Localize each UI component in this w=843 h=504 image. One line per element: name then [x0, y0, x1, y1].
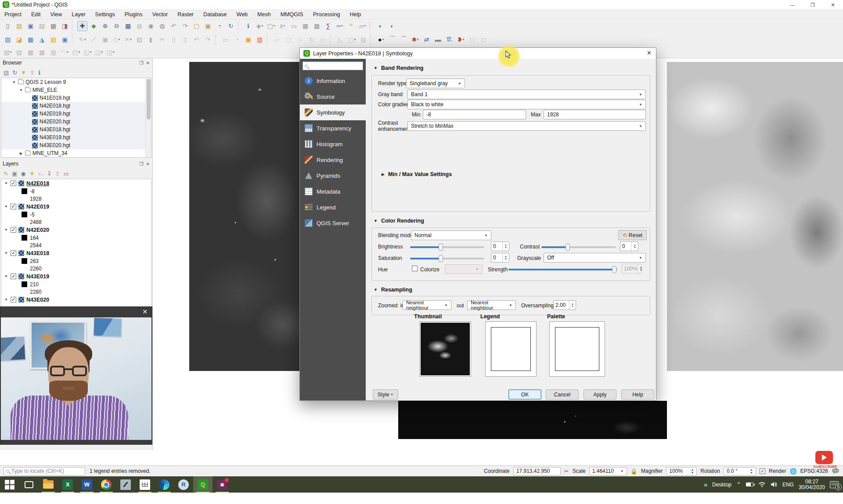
layer-row[interactable]: ▼✓N42E019	[1, 202, 151, 211]
filter-browser-icon[interactable]: ▼	[21, 69, 26, 76]
brightness-spin[interactable]: 0▲▼	[491, 241, 509, 251]
webcam-titlebar[interactable]: ✕	[0, 307, 152, 317]
remove-layer-icon[interactable]: ▭	[64, 170, 69, 177]
menu-mmqgis[interactable]: MMQGIS	[281, 11, 303, 18]
layer-labeling-icon[interactable]: ▭	[220, 34, 231, 44]
layer-visibility-checkbox[interactable]: ✓	[11, 297, 16, 302]
color-rendering-header[interactable]: ▼ Color Rendering	[374, 218, 424, 224]
change-label-icon[interactable]: ▭	[318, 34, 328, 44]
layer-name[interactable]: N42E020	[26, 227, 49, 233]
volume-icon[interactable]	[771, 482, 778, 487]
collapse-all-icon[interactable]: ⇧	[30, 69, 35, 76]
deselect-icon[interactable]: ▭	[289, 21, 299, 31]
menu-edit[interactable]: Edit	[31, 11, 41, 18]
layer-name[interactable]: N42E019	[26, 204, 49, 210]
layer-visibility-checkbox[interactable]: ✓	[11, 274, 16, 279]
task-view-button[interactable]	[19, 476, 39, 493]
youtube-play-icon[interactable]	[815, 451, 833, 464]
open-attribute-table-icon[interactable]: ▦	[300, 21, 310, 31]
menu-vector[interactable]: Vector	[152, 11, 168, 18]
strength-spin[interactable]: 100%▲▼	[622, 264, 642, 274]
excel-icon[interactable]: X	[58, 476, 77, 493]
layer-name[interactable]: N43E019	[26, 274, 49, 280]
menu-database[interactable]: Database	[203, 11, 227, 18]
tree-expand-icon[interactable]: ▶	[19, 151, 23, 155]
zoom-to-layer-icon[interactable]: ◉	[146, 21, 156, 31]
tree-expand-icon[interactable]: ▼	[12, 80, 16, 84]
layer-row[interactable]: ▼✓N42E018	[1, 179, 151, 187]
calculator-icon[interactable]	[135, 476, 155, 493]
layer-visibility-checkbox[interactable]: ✓	[11, 227, 16, 233]
delete-selected-icon[interactable]: ▮	[146, 34, 156, 44]
undo-icon[interactable]: ↶	[191, 34, 202, 44]
taskbar-overflow-chevron[interactable]: »	[704, 481, 707, 488]
topology-check-icon[interactable]: ◻	[467, 34, 477, 44]
tab-source[interactable]: Source	[300, 89, 366, 104]
menu-settings[interactable]: Settings	[95, 11, 115, 18]
layer-name[interactable]: N43E018	[26, 250, 49, 256]
menu-processing[interactable]: Processing	[313, 11, 340, 18]
scale-combo[interactable]: 1:464110▼	[589, 467, 627, 475]
contrast-enhancement-combo[interactable]: Stretch to MinMax▼	[407, 121, 646, 131]
dialog-titlebar[interactable]: Q Layer Properties - N42E018 | Symbology…	[300, 48, 656, 59]
open-layer-styling-icon[interactable]: ✎	[4, 170, 8, 177]
cancel-button[interactable]: Cancel	[546, 389, 579, 400]
redo-icon[interactable]: ↷	[203, 34, 213, 44]
browser-item-n42e019-hgt[interactable]: N42E019.hgt	[1, 110, 151, 118]
recorder-app-icon[interactable]: ▣	[213, 476, 232, 493]
raster-calc-icon[interactable]: ▧▾	[3, 47, 13, 57]
render-checkbox[interactable]: ✓	[760, 468, 765, 474]
browser-float-icon[interactable]: ❐	[140, 61, 144, 65]
layer-name[interactable]: N43E020	[26, 297, 49, 303]
close-window-button[interactable]: ✕	[823, 0, 843, 10]
new-bookmark-icon[interactable]: ▢	[191, 21, 202, 31]
max-input[interactable]: 1928	[544, 110, 646, 119]
hidden-icons-chevron[interactable]: ⌃	[736, 481, 741, 488]
numbers-123-icon[interactable]: ⒓	[444, 34, 454, 44]
browser-item-n43e018-hgt[interactable]: N43E018.hgt	[1, 126, 151, 133]
edge-icon[interactable]	[155, 476, 174, 493]
tab-pyramids[interactable]: Pyramids	[300, 168, 366, 184]
toggle-editing-icon[interactable]: ／	[89, 34, 99, 44]
maximize-button[interactable]: ❐	[803, 0, 823, 10]
tree-expand-icon[interactable]: ▼	[19, 88, 23, 92]
tab-rendering[interactable]: Rendering	[300, 152, 366, 168]
browser-item-mne-utm-34[interactable]: ▶MNE_UTM_34	[1, 149, 151, 157]
new-geopackage-icon[interactable]: ▢▾	[347, 34, 357, 44]
browser-item-mne-ele[interactable]: ▼MNE_ELE	[1, 86, 151, 94]
filter-legend-icon[interactable]: ▼	[29, 170, 35, 177]
current-edits-icon[interactable]: ✎▾	[77, 34, 87, 44]
subscribe-overlay[interactable]: SUBSCRIBE	[813, 451, 835, 472]
properties-widget-icon[interactable]: ℹ	[38, 69, 40, 76]
menu-raster[interactable]: Raster	[177, 11, 194, 18]
field-calculator-icon[interactable]: ▩	[312, 21, 322, 31]
clock[interactable]: 08:27 30/04/2020	[799, 479, 825, 490]
contrast-spin[interactable]: 0▲▼	[620, 241, 638, 251]
ruler-icon[interactable]: ▬	[433, 34, 443, 44]
georeferencer-icon[interactable]: ▨	[14, 47, 24, 57]
style-button[interactable]: Style▼	[373, 389, 398, 400]
saturation-spin[interactable]: 0▲▼	[491, 253, 509, 263]
help-button[interactable]: Help	[621, 389, 654, 400]
layer-collapse-icon[interactable]: ▼	[4, 205, 8, 209]
menu-plugins[interactable]: Plugins	[125, 11, 143, 18]
layer-collapse-icon[interactable]: ▼	[4, 228, 8, 232]
locate-input[interactable]: Type to locate (Ctrl+K)	[4, 467, 85, 475]
select-features-icon[interactable]: ▢▾	[266, 21, 276, 31]
copy-features-icon[interactable]: ▯	[169, 34, 179, 44]
add-mesh-layer-icon[interactable]: ◮	[37, 34, 47, 44]
pan-map-icon[interactable]: ✚	[77, 21, 87, 31]
add-postgis-icon[interactable]: ▣	[60, 34, 70, 44]
word-icon[interactable]: W	[77, 476, 97, 493]
dialog-search-input[interactable]	[303, 61, 363, 70]
layer-visibility-checkbox[interactable]: ✓	[11, 180, 16, 186]
new-project-icon[interactable]: ▯	[3, 21, 13, 31]
modify-attributes-icon[interactable]: ▨	[134, 34, 144, 44]
zoom-to-selection-icon[interactable]: ◎	[134, 21, 144, 31]
layer-row[interactable]: ▼✓N42E020	[1, 226, 151, 234]
contrast-slider[interactable]	[541, 246, 616, 248]
save-as-icon[interactable]: ▤	[37, 21, 47, 31]
layer-row[interactable]: ▼✓N43E018	[1, 249, 151, 257]
file-explorer-icon[interactable]	[39, 476, 58, 493]
pan-to-selection-icon[interactable]: ◆	[89, 21, 99, 31]
